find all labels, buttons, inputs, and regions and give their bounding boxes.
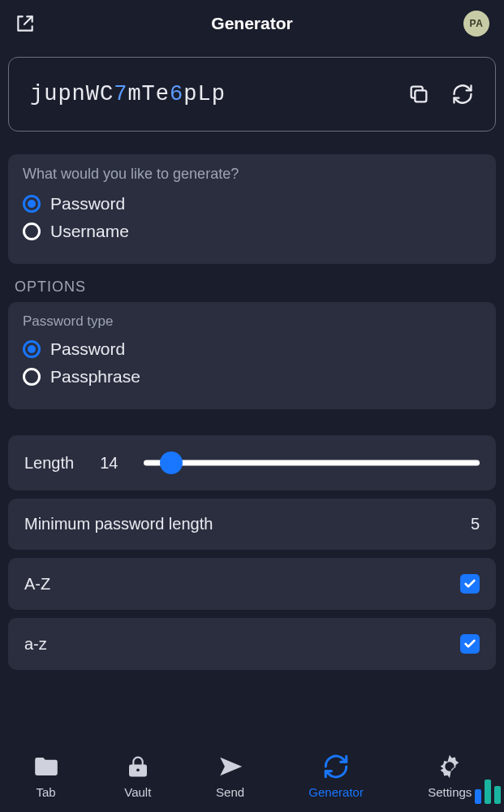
length-value: 14	[100, 454, 118, 473]
lock-icon	[124, 753, 152, 780]
check-icon	[463, 577, 476, 590]
popout-icon	[15, 13, 36, 34]
min-length-value: 5	[471, 515, 480, 533]
options-heading: OPTIONS	[15, 279, 496, 296]
radio-type-password[interactable]: Password	[23, 339, 481, 359]
refresh-icon	[451, 83, 474, 106]
password-type-card: Password type Password Passphrase	[8, 302, 496, 409]
svg-point-2	[136, 768, 140, 771]
generate-type-card: What would you like to generate? Passwor…	[8, 154, 496, 264]
length-slider[interactable]	[144, 451, 480, 474]
nav-label: Generator	[308, 785, 364, 799]
send-icon	[217, 753, 244, 780]
lowercase-label: a-z	[24, 635, 47, 654]
password-type-label: Password type	[23, 313, 481, 330]
main-content[interactable]: jupnWC7mTe6pLp What would you like to ge…	[0, 47, 504, 735]
nav-send[interactable]: Send	[216, 753, 244, 799]
nav-label: Vault	[124, 785, 151, 799]
radio-label: Username	[50, 222, 129, 241]
slider-thumb[interactable]	[160, 451, 183, 474]
radio-username[interactable]: Username	[23, 222, 481, 241]
generate-type-question: What would you like to generate?	[23, 166, 481, 183]
radio-label: Password	[50, 194, 125, 214]
nav-tab[interactable]: Tab	[32, 753, 60, 799]
nav-label: Settings	[428, 785, 472, 799]
radio-label: Passphrase	[50, 367, 140, 387]
uppercase-row[interactable]: A-Z	[8, 558, 496, 610]
length-row: Length 14	[8, 435, 496, 490]
regenerate-button[interactable]	[451, 83, 474, 106]
radio-password[interactable]: Password	[23, 194, 481, 214]
copy-button[interactable]	[407, 83, 430, 106]
page-title: Generator	[211, 14, 292, 33]
radio-indicator	[23, 340, 41, 358]
slider-track	[144, 460, 480, 466]
nav-generator[interactable]: Generator	[308, 753, 364, 799]
avatar[interactable]: PA	[463, 11, 489, 37]
radio-label: Password	[50, 339, 125, 359]
check-icon	[463, 637, 476, 650]
min-length-row[interactable]: Minimum password length 5	[8, 499, 496, 550]
nav-label: Send	[216, 785, 244, 799]
generated-password: jupnWC7mTe6pLp	[30, 82, 226, 106]
accent-bars	[475, 780, 501, 804]
radio-indicator	[23, 222, 41, 240]
radio-indicator	[23, 195, 41, 213]
copy-icon	[407, 83, 430, 106]
lowercase-checkbox[interactable]	[460, 634, 480, 654]
folder-icon	[32, 753, 60, 780]
gear-icon	[436, 753, 463, 780]
nav-settings[interactable]: Settings	[428, 753, 472, 799]
svg-rect-0	[415, 90, 426, 102]
uppercase-checkbox[interactable]	[460, 574, 480, 594]
uppercase-label: A-Z	[24, 575, 50, 594]
nav-label: Tab	[37, 785, 56, 799]
generator-icon	[322, 753, 350, 780]
length-label: Length	[24, 454, 74, 473]
bottom-nav: Tab Vault Send Generator Settings	[0, 735, 504, 812]
radio-indicator	[23, 368, 41, 386]
min-length-label: Minimum password length	[24, 515, 213, 533]
radio-type-passphrase[interactable]: Passphrase	[23, 367, 481, 387]
generated-password-card: jupnWC7mTe6pLp	[8, 57, 496, 132]
popout-button[interactable]	[15, 13, 36, 34]
svg-point-3	[446, 763, 454, 771]
lowercase-row[interactable]: a-z	[8, 618, 496, 670]
nav-vault[interactable]: Vault	[124, 753, 152, 799]
